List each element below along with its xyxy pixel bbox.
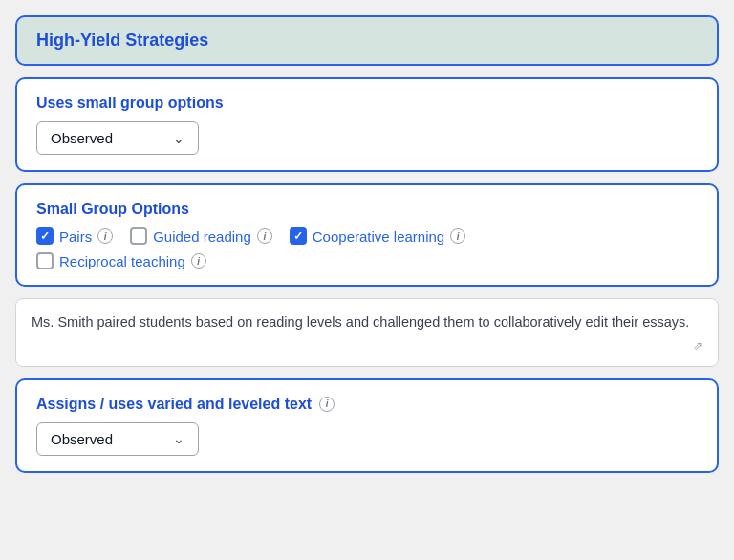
small-group-dropdown-wrapper: Observed ⌄: [36, 121, 698, 155]
varied-text-dropdown[interactable]: Observed ⌄: [36, 422, 199, 456]
cooperative-learning-label: Cooperative learning: [313, 228, 444, 245]
varied-text-info-icon[interactable]: i: [319, 397, 335, 412]
varied-text-dropdown-chevron-icon: ⌄: [173, 431, 184, 446]
small-group-card: Uses small group options Observed ⌄: [15, 77, 719, 172]
guided-reading-info-icon[interactable]: i: [257, 228, 272, 244]
varied-text-dropdown-wrapper: Observed ⌄: [36, 422, 698, 456]
small-group-title: Uses small group options: [36, 95, 698, 112]
reciprocal-teaching-info-icon[interactable]: i: [191, 253, 206, 269]
resize-icon: ⇗: [693, 339, 702, 353]
pairs-info-icon[interactable]: i: [97, 228, 113, 244]
pairs-checkbox-item: Pairs i: [36, 227, 113, 245]
main-container: High-Yield Strategies Uses small group o…: [15, 15, 719, 473]
small-group-options-title: Small Group Options: [36, 201, 698, 218]
small-group-dropdown-chevron-icon: ⌄: [173, 131, 184, 146]
small-group-dropdown-value: Observed: [51, 130, 113, 146]
page-title: High-Yield Strategies: [36, 31, 208, 50]
resize-handle: ⇗: [32, 339, 702, 353]
guided-reading-checkbox[interactable]: [130, 227, 147, 245]
reciprocal-teaching-checkbox[interactable]: [36, 252, 54, 269]
varied-text-title-row: Assigns / uses varied and leveled text i: [36, 396, 698, 413]
reciprocal-teaching-checkbox-item: Reciprocal teaching i: [36, 252, 206, 269]
checkboxes-row-2: Reciprocal teaching i: [36, 252, 698, 269]
small-group-dropdown[interactable]: Observed ⌄: [36, 121, 199, 155]
small-group-options-card: Small Group Options Pairs i Guided readi…: [15, 183, 719, 287]
notes-text[interactable]: Ms. Smith paired students based on readi…: [32, 312, 702, 334]
cooperative-learning-info-icon[interactable]: i: [450, 228, 465, 244]
cooperative-learning-checkbox-item: Cooperative learning i: [290, 227, 465, 245]
guided-reading-checkbox-item: Guided reading i: [130, 227, 272, 245]
varied-text-title: Assigns / uses varied and leveled text: [36, 396, 312, 413]
checkboxes-row-1: Pairs i Guided reading i Cooperative lea…: [36, 227, 698, 245]
header-card: High-Yield Strategies: [15, 15, 719, 66]
varied-text-card: Assigns / uses varied and leveled text i…: [15, 378, 719, 473]
cooperative-learning-checkbox[interactable]: [290, 227, 307, 245]
guided-reading-label: Guided reading: [153, 228, 251, 245]
pairs-checkbox[interactable]: [36, 227, 54, 245]
reciprocal-teaching-label: Reciprocal teaching: [59, 253, 185, 269]
varied-text-dropdown-value: Observed: [51, 431, 113, 447]
notes-card: Ms. Smith paired students based on readi…: [15, 298, 719, 367]
pairs-label: Pairs: [59, 228, 92, 245]
